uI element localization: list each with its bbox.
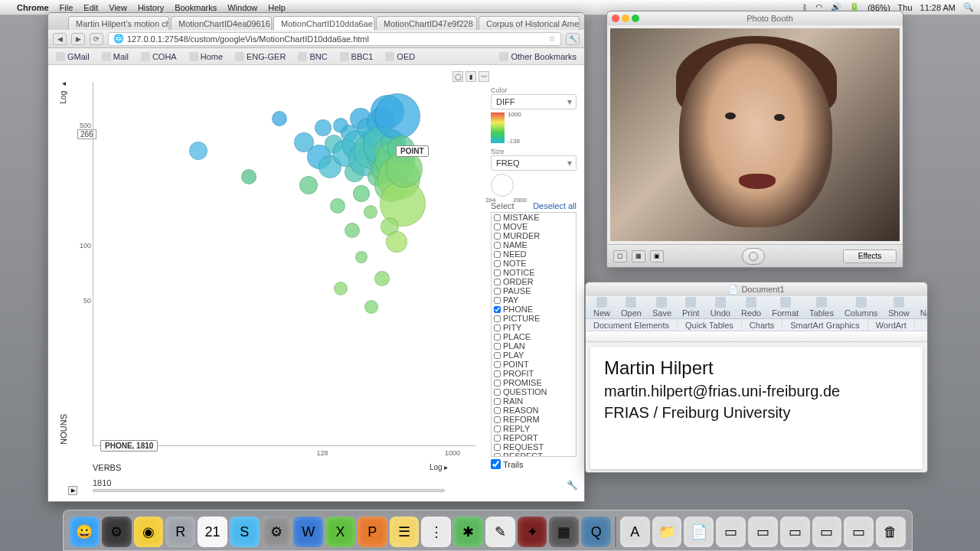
dock-cisco-icon[interactable]: ⋮: [421, 517, 451, 547]
bookmark-item[interactable]: Home: [186, 51, 226, 62]
wrench-menu-button[interactable]: 🔧: [566, 33, 580, 45]
list-item[interactable]: PITY: [492, 323, 576, 332]
ribbon-tab[interactable]: WordArt: [868, 319, 915, 331]
bookmark-item[interactable]: OED: [382, 51, 418, 62]
word-checkbox[interactable]: [494, 214, 501, 221]
dock-prefs-icon[interactable]: ⚙: [262, 517, 292, 547]
data-bubble[interactable]: [334, 282, 348, 295]
dock-imovie-icon[interactable]: ✦: [518, 517, 547, 547]
data-bubble[interactable]: [364, 300, 378, 314]
mode-4up-button[interactable]: ▦: [632, 250, 645, 262]
word-checkbox[interactable]: [494, 380, 501, 386]
dock-w3-icon[interactable]: ▭: [780, 517, 810, 547]
word-checkbox[interactable]: [494, 453, 501, 458]
data-bubble[interactable]: [353, 185, 370, 202]
list-item[interactable]: NOTICE: [492, 268, 576, 277]
dock-word-icon[interactable]: W: [293, 517, 323, 547]
word-checkbox[interactable]: [494, 343, 501, 350]
list-item[interactable]: PICTURE: [492, 314, 576, 323]
trails-checkbox[interactable]: [491, 459, 501, 469]
menu-item[interactable]: Help: [268, 3, 286, 12]
list-item[interactable]: MURDER: [492, 231, 576, 240]
timeline-slider[interactable]: [93, 489, 445, 492]
menu-item[interactable]: Window: [227, 3, 257, 12]
dock-docs-icon[interactable]: 📁: [652, 517, 682, 547]
dock-w4-icon[interactable]: ▭: [812, 517, 842, 547]
ribbon-tab[interactable]: Charts: [742, 319, 782, 331]
list-item[interactable]: REPORT: [492, 433, 576, 442]
word-checkbox[interactable]: [494, 352, 501, 359]
menu-item[interactable]: Edit: [83, 3, 98, 12]
list-item[interactable]: NEED: [492, 249, 576, 259]
bookmark-item[interactable]: Mail: [99, 51, 132, 62]
list-item[interactable]: PAY: [492, 295, 576, 305]
word-checkbox[interactable]: [494, 416, 501, 423]
list-item[interactable]: PROFIT: [492, 369, 576, 378]
ribbon-button[interactable]: Columns: [844, 297, 877, 318]
list-item[interactable]: PHONE: [492, 305, 576, 314]
data-bubble[interactable]: [355, 251, 368, 263]
close-window-icon[interactable]: [612, 15, 619, 22]
list-item[interactable]: PLAN: [492, 341, 576, 350]
word-checkbox[interactable]: [494, 398, 501, 405]
dock-skype-icon[interactable]: S: [230, 517, 260, 547]
word-checkbox[interactable]: [494, 361, 501, 368]
size-select[interactable]: FREQ: [491, 155, 577, 171]
reload-button[interactable]: ⟳: [90, 33, 103, 45]
play-button[interactable]: ▶: [68, 486, 77, 495]
list-item[interactable]: NAME: [492, 240, 576, 249]
data-bubble[interactable]: [330, 198, 345, 214]
list-item[interactable]: MISTAKE: [492, 213, 576, 222]
data-bubble[interactable]: [386, 231, 407, 253]
data-bubble[interactable]: [241, 169, 256, 184]
word-checkbox[interactable]: [494, 288, 501, 295]
zoom-window-icon[interactable]: [632, 15, 639, 22]
word-checkbox[interactable]: [494, 444, 501, 451]
dock-stickies-icon[interactable]: ☰: [390, 517, 420, 547]
ribbon-button[interactable]: Open: [621, 297, 642, 318]
ribbon-button[interactable]: Show: [888, 297, 910, 318]
ribbon-button[interactable]: Navigation: [920, 297, 928, 318]
dock-quicktime-icon[interactable]: Q: [581, 517, 611, 547]
data-bubble[interactable]: [345, 223, 360, 238]
menu-item[interactable]: View: [109, 3, 127, 12]
dock-ical-icon[interactable]: 21: [198, 517, 227, 547]
word-checkbox[interactable]: [494, 260, 501, 267]
document-page[interactable]: Martin Hilpert martin.hilpert@frias.uni-…: [590, 347, 923, 469]
dock-w5-icon[interactable]: ▭: [844, 517, 874, 547]
list-item[interactable]: NOTE: [492, 259, 576, 268]
ribbon-button[interactable]: Tables: [809, 297, 834, 318]
dock-trash-icon[interactable]: 🗑: [876, 517, 906, 547]
word-checkbox[interactable]: [494, 306, 501, 313]
bookmark-item[interactable]: GMail: [53, 51, 93, 62]
ribbon-button[interactable]: Redo: [741, 297, 761, 318]
ribbon-tab[interactable]: Document Elements: [586, 319, 678, 331]
word-checkbox[interactable]: [494, 233, 501, 240]
dock-pages-icon[interactable]: ✎: [485, 517, 515, 547]
ribbon-button[interactable]: Print: [682, 297, 700, 318]
ribbon-button[interactable]: New: [593, 297, 610, 318]
minimize-window-icon[interactable]: [622, 15, 629, 22]
bookmark-star-icon[interactable]: ☆: [548, 34, 556, 44]
word-checkbox[interactable]: [494, 269, 501, 276]
word-checkbox[interactable]: [494, 324, 501, 331]
dock-chrome-icon[interactable]: ◉: [134, 517, 164, 547]
dock-dashboard-icon[interactable]: ⚙: [102, 517, 132, 547]
ribbon-tab[interactable]: Quick Tables: [678, 319, 742, 331]
list-item[interactable]: RAIN: [492, 396, 576, 406]
bookmark-item[interactable]: COHA: [138, 51, 180, 62]
word-checkbox[interactable]: [494, 435, 501, 442]
data-bubble[interactable]: [272, 111, 287, 126]
list-item[interactable]: PLAY: [492, 350, 576, 360]
forward-button[interactable]: ▶: [71, 33, 85, 45]
dock-powerpoint-icon[interactable]: P: [358, 517, 387, 547]
dock-rstudio-icon[interactable]: R: [165, 517, 195, 547]
word-checkbox[interactable]: [494, 370, 501, 377]
shutter-button[interactable]: [742, 248, 765, 265]
mode-single-button[interactable]: ▢: [613, 250, 627, 262]
menu-item[interactable]: File: [60, 3, 74, 12]
x-scale-toggle[interactable]: Log ▸: [430, 463, 448, 471]
bookmark-item[interactable]: BBC1: [337, 51, 377, 62]
new-tab-button[interactable]: ＋: [586, 15, 595, 28]
ribbon-button[interactable]: Save: [652, 297, 671, 318]
